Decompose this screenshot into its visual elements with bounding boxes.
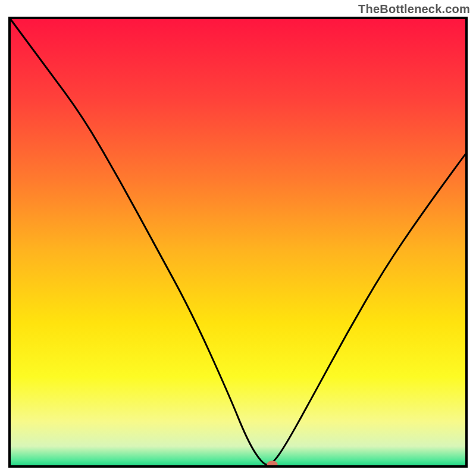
- plot-background: [10, 18, 466, 466]
- plot-area: [10, 18, 466, 468]
- chart-container: TheBottleneck.com: [0, 0, 476, 476]
- attribution-label: TheBottleneck.com: [358, 2, 470, 16]
- bottleneck-chart: [0, 0, 476, 476]
